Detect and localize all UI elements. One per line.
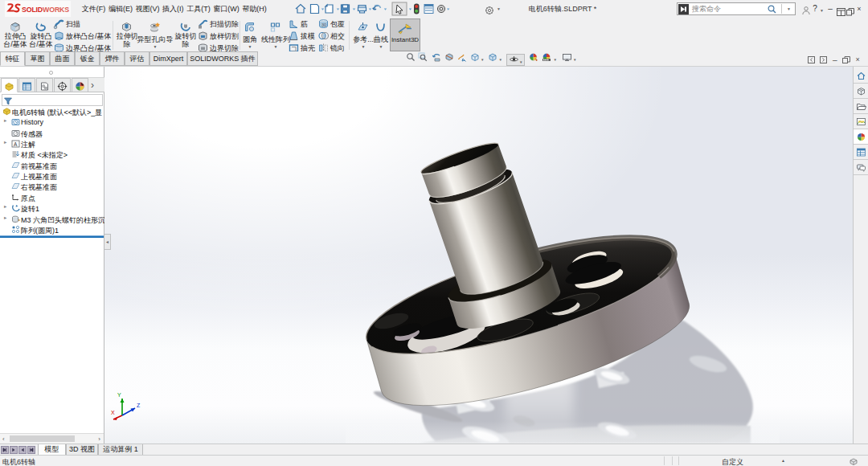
svg-text:30: 30	[321, 22, 326, 27]
svg-text:Z: Z	[137, 403, 141, 408]
svg-text:A: A	[14, 141, 18, 147]
svg-text:Y: Y	[117, 392, 121, 398]
svg-text:X: X	[111, 410, 115, 415]
svg-text:SOLIDWORKS: SOLIDWORKS	[22, 5, 70, 14]
